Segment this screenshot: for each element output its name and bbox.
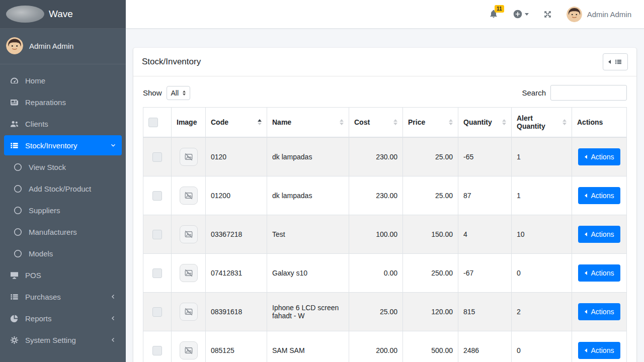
notifications-button[interactable]: 11 <box>489 9 499 19</box>
plus-circle-icon <box>513 9 523 19</box>
sidebar-item-models[interactable]: Models <box>4 243 122 263</box>
table-row: 01200 dk lampadas 230.00 25.00 87 1 Acti… <box>143 176 627 215</box>
cell-price: 500.00 <box>403 331 458 362</box>
cell-quantity: -67 <box>458 254 512 293</box>
sidebar-item-add-stock-product[interactable]: Add Stock/Product <box>4 178 122 199</box>
sidebar-user-panel[interactable]: Admin Admin <box>0 29 126 64</box>
sort-icon <box>502 119 506 125</box>
row-checkbox[interactable] <box>152 346 162 355</box>
cell-image <box>172 176 206 215</box>
fullscreen-button[interactable] <box>543 10 552 19</box>
cell-price: 25.00 <box>403 137 458 176</box>
sidebar-item-pos[interactable]: POS <box>4 265 122 285</box>
header-image: Image <box>172 108 206 138</box>
cell-alert-quantity: 2 <box>512 293 572 331</box>
header-cost[interactable]: Cost <box>349 108 403 138</box>
show-entries-group: Show All <box>143 86 190 100</box>
sidebar-item-suppliers[interactable]: Suppliers <box>4 200 122 220</box>
row-checkbox[interactable] <box>152 307 162 317</box>
show-entries-value: All <box>171 89 179 97</box>
table-row: 03367218 Test 100.00 150.00 4 10 Actions <box>143 215 627 254</box>
cell-actions: Actions <box>572 254 627 293</box>
no-image-icon <box>180 187 198 205</box>
header-name[interactable]: Name <box>267 108 349 138</box>
quick-add-dropdown[interactable] <box>513 9 529 19</box>
caret-left-icon <box>585 348 587 352</box>
topbar-user-menu[interactable]: Admin Admin <box>567 7 631 22</box>
table-header-row: Image Code Nam <box>143 108 627 138</box>
sidebar-item-label: Manufacturers <box>29 228 77 236</box>
header-label: Code <box>211 118 228 126</box>
table-row: 07412831 Galaxy s10 0.00 250.00 -67 0 Ac… <box>143 254 627 293</box>
cell-code: 0120 <box>206 137 267 176</box>
sidebar-item-reports[interactable]: Reports <box>4 308 122 328</box>
cell-quantity: 2486 <box>458 331 512 362</box>
table-row: 0120 dk lampadas 230.00 25.00 -65 1 Acti… <box>143 137 627 176</box>
sidebar-item-label: POS <box>25 271 41 280</box>
cell-name: dk lampadas <box>267 176 349 215</box>
cell-price: 120.00 <box>403 293 458 331</box>
cell-select <box>143 293 172 331</box>
actions-button[interactable]: Actions <box>578 342 621 359</box>
header-alert-quantity[interactable]: Alert Quantity <box>512 108 572 138</box>
cell-code: 085125 <box>206 331 267 362</box>
content-area: Stock/Inventory Show All <box>126 29 644 362</box>
actions-button[interactable]: Actions <box>578 148 621 165</box>
select-all-checkbox[interactable] <box>148 118 158 127</box>
sidebar-item-view-stock[interactable]: View Stock <box>4 157 122 177</box>
cell-alert-quantity: 1 <box>512 137 572 176</box>
caret-left-icon <box>585 310 587 314</box>
actions-button[interactable]: Actions <box>578 226 621 243</box>
circle-icon <box>13 162 23 172</box>
sidebar-item-clients[interactable]: Clients <box>4 114 122 134</box>
cell-image <box>172 254 206 293</box>
app-root: Wave Admin Admin Home <box>0 0 644 362</box>
actions-button[interactable]: Actions <box>578 264 621 282</box>
cell-quantity: 87 <box>458 176 512 215</box>
actions-button[interactable]: Actions <box>578 187 621 204</box>
cell-select <box>143 137 172 176</box>
header-label: Price <box>408 118 425 126</box>
sidebar: Wave Admin Admin Home <box>0 0 126 362</box>
row-checkbox[interactable] <box>152 268 162 278</box>
sidebar-item-reparations[interactable]: Reparations <box>4 92 122 112</box>
sidebar-item-label: System Setting <box>25 336 76 344</box>
search-label: Search <box>522 88 546 97</box>
search-group: Search <box>522 85 627 101</box>
cell-code: 08391618 <box>206 293 267 331</box>
row-checkbox[interactable] <box>152 152 162 162</box>
sidebar-item-system-setting[interactable]: System Setting <box>4 330 122 350</box>
sidebar-item-purchases[interactable]: Purchases <box>4 287 122 307</box>
sidebar-item-label: Models <box>29 249 53 258</box>
no-image-icon <box>180 264 198 282</box>
pie-chart-icon <box>9 313 19 323</box>
caret-left-icon <box>608 60 611 64</box>
sidebar-item-label: Add Stock/Product <box>29 185 91 193</box>
cell-name: dk lampadas <box>267 137 349 176</box>
gear-icon <box>9 335 19 345</box>
actions-button[interactable]: Actions <box>578 303 621 320</box>
table-row: 085125 SAM SAM 200.00 500.00 2486 0 Acti… <box>143 331 627 362</box>
caret-left-icon <box>585 271 587 275</box>
search-input[interactable] <box>550 85 627 101</box>
header-quantity[interactable]: Quantity <box>458 108 512 138</box>
sidebar-item-label: Reports <box>25 314 52 323</box>
caret-left-icon <box>585 232 587 236</box>
collapse-list-button[interactable] <box>603 53 628 70</box>
cell-price: 25.00 <box>403 176 458 215</box>
sidebar-item-manufacturers[interactable]: Manufacturers <box>4 222 122 242</box>
chevron-left-icon <box>110 315 117 322</box>
brand-header[interactable]: Wave <box>0 0 126 29</box>
row-checkbox[interactable] <box>152 191 162 201</box>
sidebar-item-home[interactable]: Home <box>4 70 122 90</box>
header-code[interactable]: Code <box>206 108 267 138</box>
stock-inventory-card: Stock/Inventory Show All <box>133 48 636 362</box>
row-checkbox[interactable] <box>152 230 162 239</box>
header-label: Alert Quantity <box>517 114 548 130</box>
cell-cost: 0.00 <box>349 254 403 293</box>
sidebar-item-stock-inventory[interactable]: Stock/Inventory <box>4 135 122 155</box>
cell-select <box>143 254 172 293</box>
actions-button-label: Actions <box>591 346 614 354</box>
header-price[interactable]: Price <box>403 108 458 138</box>
show-entries-select[interactable]: All <box>167 86 191 100</box>
